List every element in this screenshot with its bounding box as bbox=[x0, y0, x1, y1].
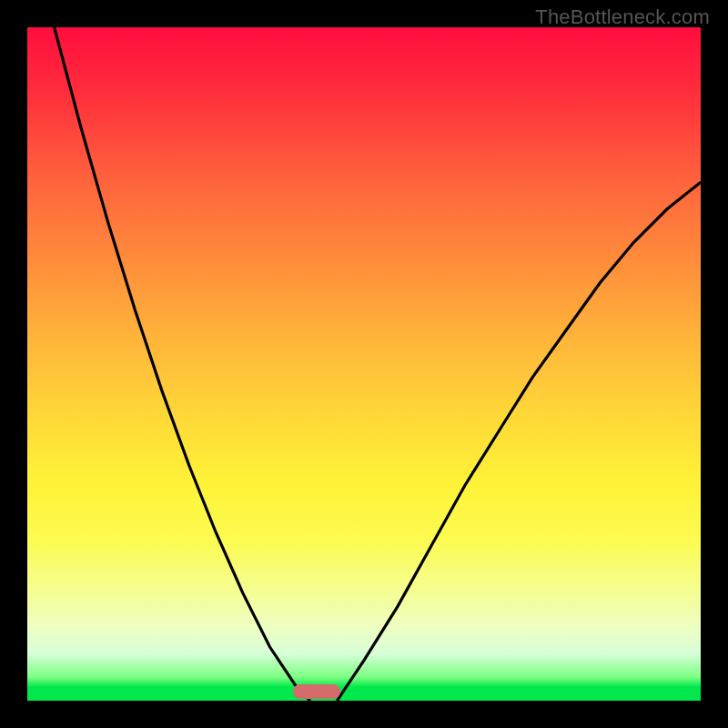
curves-svg bbox=[27, 27, 701, 701]
watermark: TheBottleneck.com bbox=[535, 5, 710, 29]
plot-area bbox=[27, 27, 701, 701]
right-curve bbox=[337, 182, 701, 701]
bottleneck-marker bbox=[293, 684, 340, 699]
left-curve bbox=[55, 27, 310, 701]
